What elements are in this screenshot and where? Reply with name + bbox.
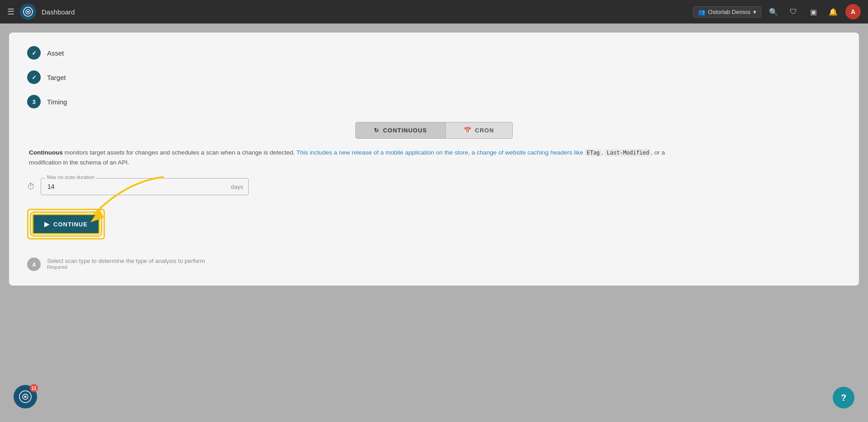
step4-label: Select scan type to determine the type o… bbox=[47, 258, 205, 264]
terminal-button[interactable]: ▣ bbox=[806, 4, 821, 19]
step-item-timing: 3 Timing bbox=[27, 95, 841, 108]
step-number-4: 4 bbox=[32, 261, 35, 268]
shield-button[interactable]: 🛡 bbox=[786, 4, 801, 19]
org-people-icon: 👥 bbox=[698, 9, 705, 15]
continue-play-icon: ▶ bbox=[44, 220, 50, 228]
step4-required: Required bbox=[47, 264, 205, 270]
tab-cron[interactable]: 📅 CRON bbox=[446, 122, 512, 138]
top-navigation: ☰ Dashboard 👥 Ostorlab Demos ▾ 🔍 🛡 ▣ 🔔 A bbox=[0, 0, 868, 23]
step-circle-2: ✓ bbox=[27, 70, 41, 84]
menu-icon[interactable]: ☰ bbox=[7, 7, 14, 17]
clock-icon: ⏱ bbox=[27, 182, 35, 192]
step-label-target: Target bbox=[47, 74, 66, 81]
description-code-lastmod: Last-Modified bbox=[605, 149, 651, 156]
duration-field-wrapper: Max no scan duration days bbox=[41, 178, 249, 195]
duration-input[interactable] bbox=[41, 178, 249, 195]
step-label-timing: Timing bbox=[47, 98, 67, 106]
tab-continuous-label: CONTINUOUS bbox=[383, 127, 427, 134]
step-item-4: 4 Select scan type to determine the type… bbox=[27, 258, 841, 271]
step-circle-4: 4 bbox=[27, 258, 41, 271]
duration-row: ⏱ Max no scan duration days bbox=[27, 178, 841, 195]
step-item-asset: ✓ Asset bbox=[27, 46, 841, 60]
steps-list: ✓ Asset ✓ Target 3 Timing bbox=[27, 46, 841, 108]
avatar-text: A bbox=[851, 8, 855, 15]
svg-point-6 bbox=[24, 396, 27, 398]
bell-icon: 🔔 bbox=[829, 8, 838, 16]
duration-suffix: days bbox=[231, 183, 243, 190]
bell-button[interactable]: 🔔 bbox=[826, 4, 841, 19]
tab-cron-label: CRON bbox=[475, 127, 494, 134]
org-name: Ostorlab Demos bbox=[708, 9, 750, 15]
org-selector[interactable]: 👥 Ostorlab Demos ▾ bbox=[693, 6, 761, 18]
main-content: ✓ Asset ✓ Target 3 Timing bbox=[0, 23, 868, 422]
continue-section: ▶ CONTINUE bbox=[27, 209, 105, 239]
bottom-logo-circle: 11 bbox=[14, 385, 37, 408]
timing-tab-group: ↻ CONTINUOUS 📅 CRON bbox=[355, 122, 513, 139]
shield-icon: 🛡 bbox=[790, 8, 797, 16]
description-end: modification in the schema of an API. bbox=[29, 159, 129, 166]
duration-label: Max no scan duration bbox=[45, 174, 96, 180]
cron-calendar-icon: 📅 bbox=[464, 127, 472, 134]
timing-tab-section: ↻ CONTINUOUS 📅 CRON bbox=[27, 122, 841, 139]
svg-point-2 bbox=[27, 11, 29, 13]
continue-button[interactable]: ▶ CONTINUE bbox=[32, 214, 100, 234]
step-check-icon: ✓ bbox=[32, 50, 37, 56]
step-label-asset: Asset bbox=[47, 49, 64, 57]
app-title: Dashboard bbox=[42, 8, 75, 16]
step-circle-1: ✓ bbox=[27, 46, 41, 60]
user-avatar[interactable]: A bbox=[845, 4, 861, 19]
description-highlight: This includes a new release of a mobile … bbox=[295, 149, 585, 156]
notification-badge: 11 bbox=[30, 384, 38, 392]
description-code-etag: ETag bbox=[585, 149, 602, 156]
continuous-refresh-icon: ↻ bbox=[374, 127, 379, 134]
org-chevron-icon: ▾ bbox=[753, 9, 756, 15]
step-circle-3: 3 bbox=[27, 95, 41, 108]
description-sep2: , or a bbox=[651, 149, 665, 156]
app-logo bbox=[20, 4, 36, 20]
step-number-3: 3 bbox=[32, 98, 35, 105]
step-item-target: ✓ Target bbox=[27, 70, 841, 84]
description-sep1: , bbox=[602, 149, 605, 156]
continuous-description: Continuous monitors target assets for ch… bbox=[29, 148, 841, 167]
description-main: monitors target assets for changes and s… bbox=[63, 149, 295, 156]
tab-continuous[interactable]: ↻ CONTINUOUS bbox=[356, 122, 445, 138]
description-bold: Continuous bbox=[29, 149, 63, 156]
continue-btn-label: CONTINUE bbox=[53, 221, 88, 228]
search-icon: 🔍 bbox=[769, 8, 778, 16]
step-check-icon-2: ✓ bbox=[32, 74, 37, 81]
bottom-logo[interactable]: 11 bbox=[14, 385, 37, 408]
continue-highlight-box: ▶ CONTINUE bbox=[27, 209, 105, 239]
help-button[interactable]: ? bbox=[833, 387, 854, 408]
terminal-icon: ▣ bbox=[810, 8, 817, 16]
help-icon: ? bbox=[841, 393, 846, 403]
step4-text-block: Select scan type to determine the type o… bbox=[47, 258, 205, 270]
wizard-card: ✓ Asset ✓ Target 3 Timing bbox=[9, 33, 859, 286]
topnav-right: 👥 Ostorlab Demos ▾ 🔍 🛡 ▣ 🔔 A bbox=[693, 4, 861, 19]
search-button[interactable]: 🔍 bbox=[766, 4, 781, 19]
